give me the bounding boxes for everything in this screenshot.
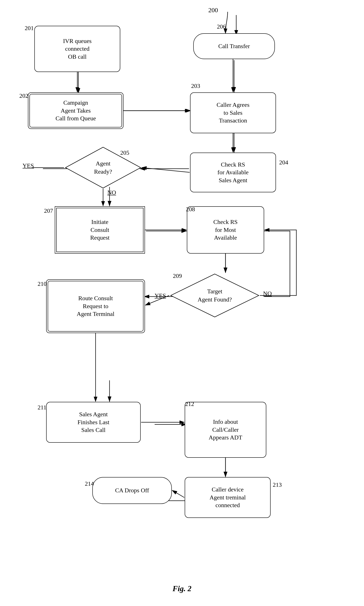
node-caller-device-label: Caller deviceAgent treminalconnected bbox=[210, 486, 246, 509]
ref-203: 203 bbox=[191, 82, 200, 89]
ref-202: 202 bbox=[19, 92, 28, 99]
node-ca-drops-off-label: CA Drops Off bbox=[115, 486, 149, 494]
ref-207: 207 bbox=[44, 207, 53, 214]
ref-210: 210 bbox=[38, 281, 47, 287]
yes-label-209: YES bbox=[155, 292, 166, 299]
node-sales-agent-finishes: Sales AgentFinishes LastSales Call bbox=[46, 402, 141, 443]
node-route-consult-label: Route ConsultRequest toAgent Terminal bbox=[77, 294, 115, 318]
node-target-agent-label: TargetAgent Found? bbox=[197, 287, 232, 304]
node-call-transfer: Call Transfer bbox=[193, 33, 275, 59]
node-campaign-agent-label: CampaignAgent TakesCall from Queue bbox=[55, 99, 96, 122]
node-check-rs-most: Check RSfor MostAvailable bbox=[187, 206, 264, 254]
ref-211: 211 bbox=[38, 404, 46, 411]
node-check-rs-available: Check RSfor AvailableSales Agent bbox=[190, 153, 276, 192]
ref-204: 204 bbox=[279, 159, 288, 166]
node-check-rs-most-label: Check RSfor MostAvailable bbox=[213, 218, 238, 242]
node-caller-agrees: Caller Agreesto SalesTransaction bbox=[190, 92, 276, 133]
node-route-consult: Route ConsultRequest toAgent Terminal bbox=[46, 279, 145, 333]
node-initiate-consult-label: InitiateConsultRequest bbox=[90, 218, 110, 242]
ref-206: 206 bbox=[217, 23, 226, 30]
node-caller-device: Caller deviceAgent treminalconnected bbox=[185, 477, 271, 518]
ref-213: 213 bbox=[273, 481, 282, 488]
node-check-rs-available-label: Check RSfor AvailableSales Agent bbox=[218, 161, 249, 184]
ref-200: 200 bbox=[208, 6, 218, 14]
node-call-transfer-label: Call Transfer bbox=[218, 42, 250, 50]
node-ca-drops-off: CA Drops Off bbox=[92, 477, 172, 504]
node-caller-agrees-label: Caller Agreesto SalesTransaction bbox=[217, 101, 249, 124]
diagram-container: 200 IVR queuesconnectedOB call 201 Call … bbox=[0, 0, 364, 606]
fig-caption: Fig. 2 bbox=[0, 584, 364, 593]
node-sales-agent-finishes-label: Sales AgentFinishes LastSales Call bbox=[78, 410, 110, 434]
ref-208: 208 bbox=[186, 206, 195, 213]
svg-line-31 bbox=[172, 490, 184, 498]
ref-209: 209 bbox=[173, 272, 182, 279]
no-label-205: NO bbox=[107, 189, 116, 196]
node-agent-ready-diamond: AgentReady? bbox=[65, 146, 142, 189]
no-label-209: NO bbox=[263, 290, 272, 297]
node-target-agent-diamond: TargetAgent Found? bbox=[170, 273, 260, 318]
node-campaign-agent: CampaignAgent TakesCall from Queue bbox=[28, 92, 123, 129]
node-info-call-caller: Info aboutCall/CallerAppears ADT bbox=[185, 402, 266, 458]
node-agent-ready-label: AgentReady? bbox=[94, 160, 112, 176]
svg-line-22 bbox=[142, 168, 190, 172]
ref-214: 214 bbox=[85, 480, 94, 487]
yes-label-205: YES bbox=[23, 162, 34, 169]
node-ivr-queues: IVR queuesconnectedOB call bbox=[34, 26, 120, 72]
ref-205: 205 bbox=[120, 149, 129, 156]
ref-201: 201 bbox=[25, 25, 34, 32]
node-info-call-caller-label: Info aboutCall/CallerAppears ADT bbox=[209, 418, 242, 441]
node-initiate-consult: InitiateConsultRequest bbox=[55, 206, 145, 254]
ref-212: 212 bbox=[185, 401, 194, 407]
fig-caption-text: Fig. 2 bbox=[172, 584, 191, 593]
node-ivr-queues-label: IVR queuesconnectedOB call bbox=[63, 37, 92, 61]
